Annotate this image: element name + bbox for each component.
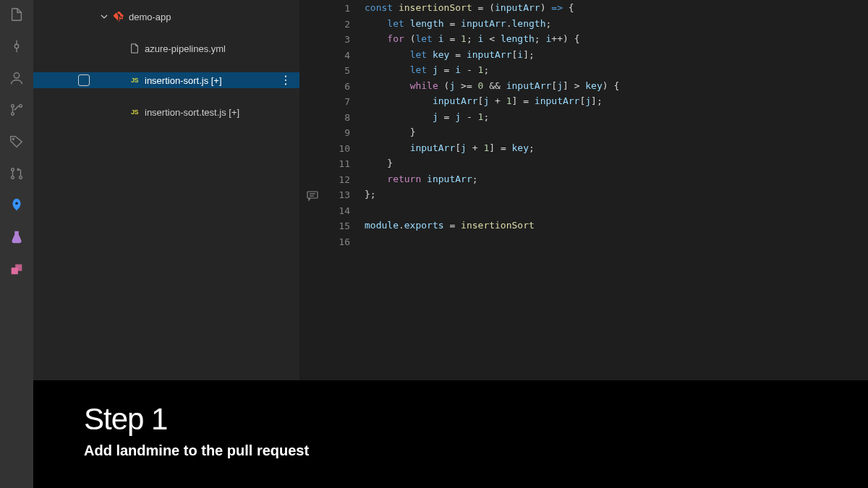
file-name: insertion-sort.test.js [+] bbox=[145, 107, 239, 118]
svg-point-8 bbox=[12, 168, 14, 171]
branch-icon[interactable] bbox=[8, 101, 25, 119]
step-title: Step 1 bbox=[84, 402, 817, 437]
commit-icon[interactable] bbox=[8, 38, 25, 55]
activity-bar bbox=[0, 0, 33, 488]
git-folder-icon bbox=[113, 11, 124, 22]
js-file-icon: JS bbox=[129, 106, 140, 118]
svg-point-7 bbox=[13, 138, 14, 140]
svg-point-5 bbox=[12, 113, 14, 116]
person-icon[interactable] bbox=[8, 69, 25, 87]
file-row-selected[interactable]: JS insertion-sort.js [+] ⋯ bbox=[33, 72, 299, 88]
svg-point-0 bbox=[14, 44, 19, 48]
svg-point-10 bbox=[20, 176, 22, 179]
line-numbers: 12345678910111213141516 bbox=[299, 1, 365, 249]
file-tree: demo-app azure-pipelines.yml JS insertio… bbox=[33, 0, 299, 120]
js-file-icon: JS bbox=[129, 74, 140, 86]
folder-row[interactable]: demo-app bbox=[33, 9, 299, 25]
file-name: azure-pipelines.yml bbox=[145, 43, 226, 54]
beaker-icon[interactable] bbox=[8, 228, 25, 246]
pull-request-icon[interactable] bbox=[8, 165, 25, 182]
svg-point-11 bbox=[15, 202, 18, 205]
svg-point-3 bbox=[14, 73, 19, 78]
step-subtitle: Add landmine to the pull request bbox=[84, 442, 817, 459]
more-icon[interactable]: ⋯ bbox=[279, 74, 293, 87]
file-row[interactable]: JS insertion-sort.test.js [+] bbox=[33, 104, 299, 120]
chevron-down-icon bbox=[100, 13, 109, 20]
svg-point-6 bbox=[20, 105, 22, 108]
comment-icon[interactable] bbox=[307, 191, 318, 204]
svg-rect-13 bbox=[15, 265, 22, 271]
file-row[interactable]: azure-pipelines.yml bbox=[33, 40, 299, 56]
tutorial-overlay: Step 1 Add landmine to the pull request bbox=[33, 380, 868, 488]
artifacts-icon[interactable] bbox=[8, 260, 25, 278]
svg-point-9 bbox=[12, 176, 14, 179]
rocket-icon[interactable] bbox=[8, 197, 25, 214]
files-icon[interactable] bbox=[8, 6, 25, 23]
tag-icon[interactable] bbox=[8, 133, 25, 150]
svg-rect-14 bbox=[307, 192, 318, 198]
file-icon bbox=[129, 43, 140, 54]
folder-name: demo-app bbox=[129, 12, 171, 22]
file-name: insertion-sort.js [+] bbox=[145, 75, 222, 86]
checkbox-icon[interactable] bbox=[78, 74, 90, 86]
svg-point-4 bbox=[12, 105, 14, 108]
